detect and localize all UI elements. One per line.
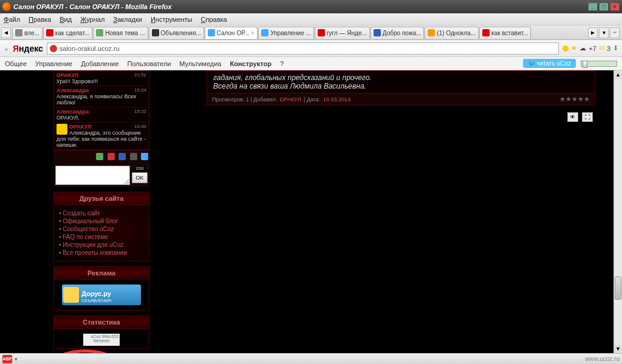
tab-close-icon[interactable]: ×: [251, 30, 255, 36]
tab-label: вле...: [24, 30, 39, 36]
weather-icon[interactable]: ☁: [579, 44, 586, 52]
maximize-button[interactable]: □: [599, 2, 609, 11]
status-dropdown-icon[interactable]: ▾: [15, 356, 18, 362]
chat-time: 10:40: [134, 124, 146, 129]
tab-label: Объявления...: [161, 30, 201, 36]
friends-link[interactable]: Официальный блог: [59, 218, 144, 224]
tab-scroll-left[interactable]: ◄: [1, 27, 11, 38]
close-button[interactable]: ×: [610, 2, 620, 11]
post-action-buttons: 👁 ⛶: [207, 110, 595, 122]
fullscreen-icon-button[interactable]: ⛶: [582, 112, 593, 122]
browser-tab[interactable]: вле...: [12, 27, 43, 39]
scroll-up-arrow[interactable]: ▲: [614, 70, 622, 79]
chat-username[interactable]: ОРАКУЛ: [56, 124, 146, 130]
share-vk-icon[interactable]: [118, 153, 126, 160]
friends-link[interactable]: Все проекты компании: [59, 249, 144, 256]
tab-favicon: [428, 29, 435, 36]
share-icon[interactable]: [141, 153, 148, 160]
browser-tab[interactable]: Салон ОР...×: [205, 27, 258, 39]
menu-bar: ФайлПравкаВидЖурналЗакладкиИнструментыСп…: [0, 13, 622, 25]
yandex-logo[interactable]: Яндекс: [13, 44, 43, 53]
scroll-thumb[interactable]: [615, 277, 621, 300]
menu-item[interactable]: Журнал: [80, 16, 104, 23]
bookmark-star-icon[interactable]: ★: [571, 44, 577, 52]
ucoz-menu-item[interactable]: Общее: [5, 60, 27, 67]
toolbar-slider[interactable]: [581, 61, 617, 67]
post-date-link[interactable]: 18.03.2014: [323, 96, 350, 103]
browser-tab[interactable]: Новая тема ...: [93, 27, 148, 39]
browser-tab[interactable]: (1) Однокла...: [425, 27, 479, 39]
chat-time: 21:52: [134, 72, 146, 78]
post-body: гадания, глобальных предсказаний и проче…: [207, 70, 595, 93]
chat-submit-button[interactable]: OK: [132, 172, 148, 183]
rating-stars[interactable]: ★★★★★: [559, 95, 590, 103]
tab-favicon: [208, 29, 215, 36]
scroll-down-arrow[interactable]: ▼: [614, 345, 622, 353]
browser-tab[interactable]: как сделат...: [43, 27, 92, 39]
chat-input[interactable]: [55, 166, 130, 185]
nav-caret-icon[interactable]: ⌄: [4, 44, 9, 52]
friends-link[interactable]: Инструкции для uCoz: [59, 241, 144, 248]
status-bar: ABP ▾ www.ucoz.ru: [0, 353, 622, 364]
tab-scroll-right[interactable]: ►: [588, 27, 598, 38]
stat-counter-badge[interactable]: uCoz Web-Services 333: [83, 334, 120, 346]
ucoz-read-button[interactable]: 🐦 читать uCoz: [523, 59, 576, 68]
browser-tab[interactable]: Объявления...: [149, 27, 204, 39]
view-icon-button[interactable]: 👁: [567, 112, 578, 122]
share-icon[interactable]: [108, 153, 115, 160]
tab-favicon: [96, 29, 103, 36]
share-icon[interactable]: [96, 153, 103, 160]
menu-item[interactable]: Вид: [60, 16, 72, 23]
url-text: salon-orakul.ucoz.ru: [60, 45, 120, 52]
stats-block: uCoz Web-Services 333: [53, 329, 149, 349]
ad-banner[interactable]: Дорус.ру ОБЪЯВЛЕНИЯ: [62, 285, 141, 305]
menu-item[interactable]: Правка: [29, 16, 51, 23]
chat-text: ОРАКУЛ,: [56, 115, 80, 121]
friends-link[interactable]: Создать сайт: [59, 210, 144, 217]
ad-subtitle: ОБЪЯВЛЕНИЯ: [81, 298, 111, 303]
ucoz-menu-item[interactable]: Мультимедиа: [179, 60, 221, 67]
tab-favicon: [374, 29, 381, 36]
menu-item[interactable]: Закладки: [113, 16, 142, 23]
friends-link[interactable]: Сообщество uCoz: [59, 226, 144, 232]
chat-username[interactable]: Александра: [56, 87, 146, 93]
browser-tab[interactable]: Добро пожа...: [371, 27, 425, 39]
chat-widget: ОРАКУЛ21:52Ура!!! Здорово!!!Александра15…: [53, 70, 149, 150]
ucoz-toolbar: ОбщееУправлениеДобавлениеПользователиМул…: [0, 57, 622, 70]
post-author-link[interactable]: ОРАКУЛ: [280, 96, 301, 103]
avatar: [56, 124, 67, 135]
mail-icon[interactable]: ✉: [599, 44, 604, 52]
vertical-scrollbar[interactable]: ▲ ▼: [613, 70, 622, 353]
chat-time: 15:32: [134, 109, 146, 114]
browser-tab[interactable]: как вставит...: [479, 27, 531, 39]
friends-link[interactable]: FAQ по системе: [59, 234, 144, 240]
download-arrow-icon[interactable]: ⬇: [613, 44, 618, 52]
tab-bar: ◄ вле...как сделат...Новая тема ...Объяв…: [0, 25, 622, 40]
chat-username[interactable]: Александра: [56, 109, 146, 115]
ucoz-menu-item[interactable]: ?: [280, 60, 284, 67]
chat-message: ОРАКУЛ10:40Александра, это сообщение для…: [54, 123, 149, 150]
minimize-button[interactable]: _: [588, 2, 598, 11]
menu-item[interactable]: Файл: [4, 16, 20, 23]
menu-item[interactable]: Справка: [201, 16, 227, 23]
friends-block-title: Друзья сайта: [53, 192, 149, 205]
chat-text: Ура!!! Здорово!!!: [56, 78, 98, 84]
tab-list-button[interactable]: ▾: [599, 27, 609, 38]
tab-label: (1) Однокла...: [437, 30, 476, 36]
ucoz-menu-item[interactable]: Пользователи: [128, 60, 171, 67]
new-tab-button[interactable]: +: [610, 27, 620, 38]
firefox-icon: [2, 2, 11, 11]
indicator-dot[interactable]: [562, 46, 569, 52]
mail-count: 3: [607, 45, 610, 52]
ucoz-menu-item[interactable]: Управление: [35, 60, 72, 67]
chat-username[interactable]: ОРАКУЛ: [56, 72, 146, 78]
share-icon[interactable]: [130, 153, 137, 160]
address-bar[interactable]: salon-orakul.ucoz.ru: [47, 42, 559, 55]
browser-tab[interactable]: гугл — Янде...: [315, 27, 370, 39]
ucoz-menu-item[interactable]: Конструктор: [230, 60, 271, 67]
adblock-icon[interactable]: ABP: [2, 355, 12, 363]
tab-label: Салон ОР...: [217, 30, 250, 36]
menu-item[interactable]: Инструменты: [151, 16, 193, 23]
ucoz-menu-item[interactable]: Добавление: [81, 60, 118, 67]
browser-tab[interactable]: Управление ...: [258, 27, 314, 39]
